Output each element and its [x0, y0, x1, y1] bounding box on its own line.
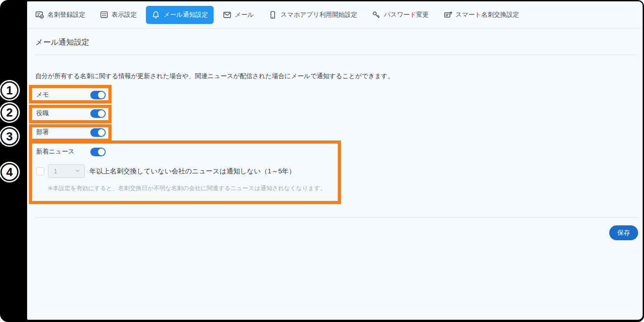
footer-divider — [35, 217, 638, 218]
tab-label: メール — [235, 11, 254, 19]
news-filter-checkbox[interactable] — [36, 167, 44, 175]
news-filter-label: 年以上名刺交換していない会社のニュースは通知しない（1～5年） — [89, 167, 295, 176]
tab-smart-card-exchange[interactable]: スマート名刺交換設定 — [438, 6, 525, 24]
setting-label-department: 部署 — [36, 128, 49, 136]
setting-row-department: 部署 — [36, 126, 49, 139]
envelope-icon — [223, 10, 232, 19]
news-filter-row: 1 年以上名刺交換していない会社のニュースは通知しない（1～5年） — [36, 164, 295, 178]
page-title: メール通知設定 — [35, 37, 89, 48]
card-exchange-icon — [443, 10, 453, 19]
smartphone-icon — [268, 10, 277, 19]
bell-icon — [151, 10, 160, 19]
setting-label-position: 役職 — [36, 109, 49, 117]
settings-panel: 名刺登録設定 表示設定 — [27, 1, 643, 320]
annotation-badge-2: 2 — [0, 103, 19, 121]
badge-number: 1 — [6, 84, 13, 98]
tab-display-settings[interactable]: 表示設定 — [94, 6, 142, 23]
annotation-badge-4: 4 — [0, 163, 19, 181]
position-toggle[interactable] — [90, 109, 106, 118]
setting-row-memo: メモ — [36, 89, 49, 101]
tab-label: スマート名刺交換設定 — [456, 11, 519, 19]
screenshot-frame: 名刺登録設定 表示設定 — [0, 0, 644, 322]
annotation-badge-1: 1 — [0, 81, 19, 99]
toggle-knob — [98, 92, 105, 98]
save-button[interactable]: 保存 — [609, 225, 638, 240]
news-toggle[interactable] — [90, 148, 106, 156]
news-filter-note: ※本設定を有効にすると、名刺交換日が不明な名刺の会社に関連するニュースは通知され… — [48, 184, 326, 192]
tab-card-register[interactable]: 名刺登録設定 — [30, 6, 91, 24]
page-description: 自分が所有する名刺に関する情報が更新された場合や、関連ニュースが配信された場合に… — [35, 71, 394, 80]
display-grid-icon — [100, 10, 108, 19]
tab-label: スマホアプリ利用開始設定 — [280, 11, 357, 19]
badge-number: 2 — [6, 106, 13, 120]
tab-password-change[interactable]: パスワード変更 — [366, 6, 434, 24]
toggle-knob — [98, 149, 105, 155]
tab-label: パスワード変更 — [384, 11, 429, 19]
years-select[interactable]: 1 — [48, 164, 85, 178]
key-icon — [372, 10, 381, 19]
setting-label-memo: メモ — [36, 91, 49, 99]
tab-mail-notification[interactable]: メール通知設定 — [146, 6, 214, 24]
badge-number: 3 — [6, 130, 13, 144]
tab-smartphone-app[interactable]: スマホアプリ利用開始設定 — [263, 6, 363, 24]
annotation-badge-3: 3 — [0, 127, 19, 145]
chevron-down-icon — [75, 168, 80, 175]
setting-label-news: 新着ニュース — [36, 148, 75, 156]
settings-tabbar: 名刺登録設定 表示設定 — [27, 1, 643, 28]
tab-label: メール通知設定 — [163, 11, 208, 19]
setting-row-news: 新着ニュース — [36, 145, 75, 158]
toggle-knob — [98, 110, 105, 117]
department-toggle[interactable] — [90, 128, 106, 137]
memo-toggle[interactable] — [90, 91, 106, 99]
tab-label: 表示設定 — [112, 11, 137, 19]
title-divider — [35, 55, 636, 55]
tab-mail[interactable]: メール — [217, 6, 260, 24]
years-select-value: 1 — [54, 168, 57, 175]
toggle-knob — [98, 129, 105, 136]
tab-label: 名刺登録設定 — [47, 11, 85, 19]
setting-row-position: 役職 — [36, 107, 49, 120]
card-register-icon — [35, 10, 44, 19]
badge-number: 4 — [6, 165, 13, 179]
